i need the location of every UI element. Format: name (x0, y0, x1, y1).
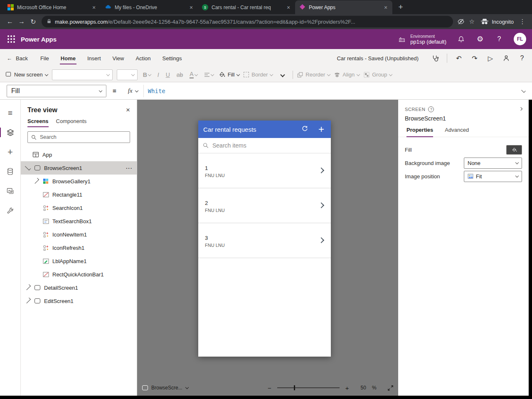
fill-dropdown[interactable]: Fill (219, 71, 240, 78)
tab-close-icon[interactable]: × (188, 4, 195, 11)
tree-item-detailscreen1[interactable]: DetailScreen1 (21, 281, 137, 294)
chevron-right-icon[interactable] (318, 167, 324, 173)
text-align-button[interactable] (203, 72, 215, 78)
tree-item-browsescreen1[interactable]: BrowseScreen1 ··· (21, 161, 137, 175)
font-size-dropdown[interactable] (117, 69, 138, 80)
gallery-search-input[interactable] (212, 142, 326, 149)
tab-onedrive[interactable]: My files - OneDrive × (101, 0, 198, 14)
tab-properties[interactable]: Properties (406, 127, 433, 137)
screen-selector-dropdown[interactable]: BrowseScre... (142, 385, 188, 391)
app-title[interactable]: Car rental requests (203, 126, 256, 133)
rail-media-icon[interactable] (0, 181, 21, 201)
tree-search-box[interactable] (27, 131, 130, 143)
menu-action[interactable]: Action (130, 49, 156, 67)
help-circle-icon[interactable]: ? (428, 106, 434, 112)
italic-button[interactable]: I (156, 71, 160, 78)
collapse-panel-chevron-icon[interactable] (519, 107, 522, 111)
refresh-icon[interactable] (301, 125, 308, 134)
phone-preview[interactable]: Car rental requests + 1 FNU LNU 2 (198, 121, 331, 357)
rail-advanced-tools-icon[interactable] (0, 201, 21, 220)
zoom-slider-handle[interactable] (294, 385, 295, 390)
rail-insert-plus-icon[interactable]: + (0, 142, 21, 162)
tab-advanced[interactable]: Advanced (445, 127, 469, 137)
bold-button[interactable]: B (142, 71, 152, 78)
more-options-button[interactable]: ··· (126, 165, 133, 171)
tree-item-rectquickactionbar1[interactable]: RectQuickActionBar1 (21, 268, 137, 281)
image-position-dropdown[interactable]: Fit (464, 171, 522, 182)
zoom-out-button[interactable]: − (268, 385, 271, 391)
underline-button[interactable]: U (165, 71, 171, 78)
fx-dropdown[interactable]: fx (123, 85, 144, 97)
settings-gear-icon[interactable]: ⚙ (475, 35, 485, 43)
rail-data-icon[interactable] (0, 162, 21, 181)
tree-search-input[interactable] (40, 134, 126, 140)
reorder-dropdown[interactable]: Reorder (297, 71, 330, 78)
share-person-icon[interactable] (500, 52, 513, 65)
strikethrough-button[interactable]: ab (175, 71, 185, 78)
font-color-button[interactable]: A (188, 71, 198, 79)
gallery-item-3[interactable]: 3 FNU LNU (198, 223, 331, 258)
tree-item-searchicon1[interactable]: SearchIcon1 (21, 201, 137, 214)
property-selector-dropdown[interactable]: Fill (7, 85, 106, 97)
bookmark-star-icon[interactable]: ☆ (466, 16, 477, 27)
expand-formula-bar-chevron-icon[interactable] (521, 88, 526, 93)
url-omnibox[interactable]: make.powerapps.com/e/Default-2eee9e24-12… (42, 16, 453, 27)
chevron-right-icon[interactable] (318, 237, 324, 243)
tree-item-lblappname1[interactable]: LblAppName1 (21, 254, 137, 268)
tab-close-icon[interactable]: × (285, 4, 292, 11)
rail-tree-view-icon[interactable] (0, 123, 21, 142)
menu-home[interactable]: Home (55, 49, 81, 67)
border-dropdown[interactable]: Border (244, 71, 273, 78)
more-formatting-chevron-icon[interactable] (281, 72, 285, 77)
tree-item-browsegallery1[interactable]: BrowseGallery1 (21, 175, 137, 188)
help-icon[interactable]: ? (515, 52, 529, 65)
design-canvas[interactable]: Car rental requests + 1 FNU LNU 2 (137, 100, 398, 396)
close-icon[interactable]: × (126, 106, 130, 114)
tree-item-iconnewitem1[interactable]: IconNewItem1 (21, 228, 137, 241)
browser-back-icon[interactable]: ← (4, 16, 16, 27)
help-question-icon[interactable]: ? (495, 35, 504, 43)
zoom-in-button[interactable]: + (345, 385, 349, 391)
tab-power-apps[interactable]: Power Apps × (295, 0, 392, 14)
tab-components[interactable]: Components (56, 118, 87, 127)
tab-close-icon[interactable]: × (382, 4, 389, 11)
waffle-icon[interactable] (7, 35, 15, 43)
gallery-search-box[interactable] (198, 138, 331, 153)
align-dropdown[interactable]: Align (334, 71, 360, 78)
tracking-protection-eye-icon[interactable] (456, 16, 466, 27)
tree-item-app[interactable]: App (21, 148, 137, 161)
fill-color-picker-button[interactable] (506, 145, 522, 155)
expand-chevron-icon[interactable] (25, 298, 31, 303)
browser-menu-kebab-icon[interactable]: ⋮ (517, 16, 528, 27)
zoom-slider[interactable] (277, 387, 340, 388)
tab-close-icon[interactable]: × (91, 4, 97, 11)
undo-icon[interactable]: ↶ (452, 52, 466, 65)
expand-chevron-icon[interactable] (25, 284, 31, 290)
new-tab-button[interactable]: + (395, 1, 406, 13)
tab-cars-rental[interactable]: s Cars rental - Car rental req × (198, 0, 295, 14)
product-title[interactable]: Power Apps (21, 36, 57, 43)
gallery-item-1[interactable]: 1 FNU LNU (198, 153, 331, 188)
chevron-right-icon[interactable] (318, 202, 324, 208)
browser-forward-icon[interactable]: → (16, 16, 27, 27)
menu-view[interactable]: View (107, 49, 130, 67)
group-dropdown[interactable]: Group (364, 71, 392, 78)
fit-to-window-icon[interactable] (387, 385, 394, 391)
preview-play-icon[interactable]: ▷ (484, 52, 497, 65)
menu-file[interactable]: File (34, 49, 55, 67)
gallery-item-2[interactable]: 2 FNU LNU (198, 188, 331, 223)
tab-office-home[interactable]: Microsoft Office Home × (3, 0, 101, 14)
environment-picker[interactable]: Environment pp1sp (default) (397, 34, 446, 45)
browser-reload-icon[interactable]: ↻ (27, 16, 39, 27)
background-image-dropdown[interactable]: None (464, 158, 522, 169)
redo-icon[interactable]: ↷ (468, 52, 481, 65)
app-checker-icon[interactable] (429, 52, 442, 65)
new-item-plus-icon[interactable]: + (318, 124, 324, 134)
notifications-bell-icon[interactable] (456, 36, 466, 43)
menu-insert[interactable]: Insert (81, 49, 107, 67)
tab-screens[interactable]: Screens (27, 118, 49, 127)
formula-input[interactable] (144, 88, 522, 94)
back-button[interactable]: ← Back (0, 55, 34, 62)
tree-item-iconrefresh1[interactable]: IconRefresh1 (21, 241, 137, 254)
expand-chevron-icon[interactable] (33, 178, 39, 184)
